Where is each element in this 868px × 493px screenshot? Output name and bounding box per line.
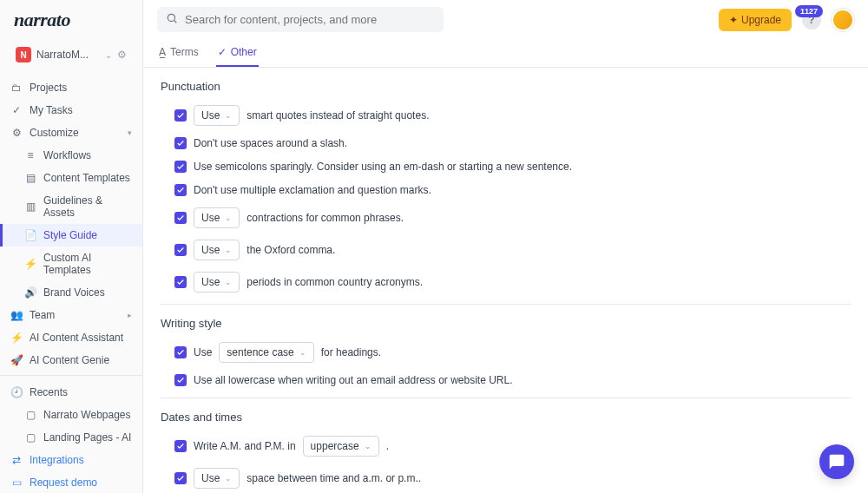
plug-icon: ⇄: [10, 454, 23, 466]
nav-label: Customize: [30, 127, 79, 139]
rocket-icon: 🚀: [10, 354, 23, 366]
rule-text: periods in common country acronyms.: [247, 276, 423, 288]
rule-text: Use semicolons sparingly. Consider using…: [194, 161, 572, 173]
tab-label: Terms: [170, 46, 199, 58]
nav-workflows[interactable]: ≡ Workflows: [0, 144, 142, 167]
dd-value: Use: [201, 109, 220, 122]
template-icon: ▤: [24, 172, 36, 184]
rule-row: Use⌄ space between time and a.m. or p.m.…: [161, 468, 851, 489]
page-icon: ▢: [24, 431, 36, 444]
nav-content-templates[interactable]: ▤ Content Templates: [0, 167, 142, 189]
rule-checkbox[interactable]: [174, 109, 187, 122]
nav-recent-item[interactable]: ▢ Landing Pages - AI: [0, 426, 142, 449]
tab-label: Other: [231, 46, 257, 58]
rule-text: smart quotes instead of straight quotes.: [247, 109, 429, 122]
case-dropdown[interactable]: uppercase⌄: [303, 436, 379, 457]
rule-checkbox[interactable]: [174, 212, 187, 224]
dd-value: sentence case: [227, 346, 293, 358]
nav-recent-item[interactable]: ▢ Narrato Webpages: [0, 404, 142, 426]
nav-label: My Tasks: [30, 104, 73, 116]
nav-customize[interactable]: ⚙ Customize ▾: [0, 122, 142, 144]
rule-checkbox[interactable]: [174, 374, 187, 386]
brand-logo: narrato: [0, 0, 142, 36]
chevron-down-icon: ⌄: [299, 348, 306, 357]
dd-value: Use: [201, 244, 220, 256]
nav-guidelines[interactable]: ▥ Guidelines & Assets: [0, 189, 142, 224]
rule-checkbox[interactable]: [174, 472, 187, 484]
nav-label: Recents: [30, 386, 68, 398]
rule-checkbox[interactable]: [174, 244, 187, 256]
rule-row: Don't use spaces around a slash.: [161, 137, 851, 149]
rule-row: Don't use multiple exclamation and quest…: [161, 184, 851, 196]
rule-row: Write A.M. and P.M. in uppercase⌄ .: [161, 436, 851, 457]
nav-my-tasks[interactable]: ✓ My Tasks: [0, 99, 142, 122]
notifications[interactable]: 1127 ?: [802, 10, 821, 30]
rule-text: Use: [194, 346, 212, 358]
rule-text: .: [386, 440, 389, 452]
case-dropdown[interactable]: sentence case⌄: [219, 342, 313, 363]
tab-other[interactable]: ✓ Other: [216, 39, 259, 67]
rule-checkbox[interactable]: [174, 276, 187, 288]
use-dropdown[interactable]: Use⌄: [194, 105, 240, 126]
dd-value: Use: [201, 212, 220, 224]
rule-checkbox[interactable]: [174, 137, 187, 149]
rule-checkbox[interactable]: [174, 440, 187, 452]
content-scroll[interactable]: Punctuation Use⌄ smart quotes instead of…: [143, 68, 868, 493]
rule-text: Don't use multiple exclamation and quest…: [194, 184, 431, 196]
nav-request-demo[interactable]: ▭ Request demo: [0, 471, 142, 493]
rule-checkbox[interactable]: [174, 161, 187, 173]
gear-icon[interactable]: ⚙: [117, 49, 127, 61]
rule-row: Use⌄ contractions for common phrases.: [161, 207, 851, 228]
nav-brand-voices[interactable]: 🔊 Brand Voices: [0, 281, 142, 304]
voice-icon: 🔊: [24, 286, 36, 299]
tab-terms[interactable]: A̲ Terms: [157, 39, 201, 67]
nav-custom-ai[interactable]: ⚡ Custom AI Templates: [0, 246, 142, 281]
bolt-icon: ⚡: [24, 258, 36, 270]
nav-label: Request demo: [30, 477, 97, 489]
chat-support-button[interactable]: [819, 444, 854, 479]
brand-text: narrato: [14, 9, 70, 30]
rule-checkbox[interactable]: [174, 346, 187, 358]
rule-text: contractions for common phrases.: [247, 212, 404, 224]
use-dropdown[interactable]: Use⌄: [194, 272, 240, 293]
caret-icon: ▾: [128, 128, 132, 137]
upgrade-button[interactable]: ✦ Upgrade: [719, 9, 792, 31]
rule-row: Use⌄ smart quotes instead of straight qu…: [161, 105, 851, 126]
use-dropdown[interactable]: Use⌄: [194, 207, 240, 228]
nav-recents[interactable]: 🕘 Recents: [0, 381, 142, 404]
chevron-down-icon: ⌄: [365, 442, 372, 450]
nav-ai-assistant[interactable]: ⚡ AI Content Assistant: [0, 326, 142, 349]
workspace-name: NarratoM...: [36, 49, 100, 61]
nav-label: Brand Voices: [43, 286, 105, 299]
rule-text: space between time and a.m. or p.m..: [247, 472, 421, 484]
workspace-icon: N: [16, 47, 31, 62]
search-box[interactable]: [157, 7, 444, 32]
team-icon: 👥: [10, 309, 23, 321]
nav-integrations[interactable]: ⇄ Integrations: [0, 449, 142, 471]
nav-label: AI Content Assistant: [30, 332, 123, 344]
nav-style-guide[interactable]: 📄 Style Guide: [0, 224, 142, 246]
rule-checkbox[interactable]: [174, 184, 187, 196]
upgrade-label: Upgrade: [741, 14, 781, 26]
nav-ai-genie[interactable]: 🚀 AI Content Genie: [0, 349, 142, 371]
rule-text: Use all lowercase when writing out an em…: [194, 374, 513, 386]
rule-row: Use all lowercase when writing out an em…: [161, 374, 851, 386]
nav-label: AI Content Genie: [30, 354, 109, 366]
gear-icon: ⚙: [10, 127, 23, 139]
use-dropdown[interactable]: Use⌄: [194, 468, 240, 489]
section-title-punctuation: Punctuation: [161, 80, 851, 93]
nav-label: Custom AI Templates: [43, 252, 132, 276]
nav-team[interactable]: 👥 Team ▸: [0, 304, 142, 326]
chevron-down-icon: ⌄: [225, 214, 232, 222]
nav-projects[interactable]: 🗀 Projects: [0, 76, 142, 99]
check-icon: ✓: [218, 46, 227, 58]
sidebar: narrato N NarratoM... ⌄ ⚙ 🗀 Projects ✓ M…: [0, 0, 143, 493]
chevron-down-icon: ⌄: [225, 111, 232, 120]
use-dropdown[interactable]: Use⌄: [194, 240, 240, 260]
chevron-down-icon: ⌄: [225, 246, 232, 254]
search-input[interactable]: [185, 13, 435, 26]
workspace-switcher[interactable]: N NarratoM... ⌄ ⚙: [5, 40, 137, 69]
bolt-icon: ⚡: [10, 332, 23, 344]
nav-label: Guidelines & Assets: [43, 194, 132, 219]
user-avatar[interactable]: [832, 9, 854, 31]
